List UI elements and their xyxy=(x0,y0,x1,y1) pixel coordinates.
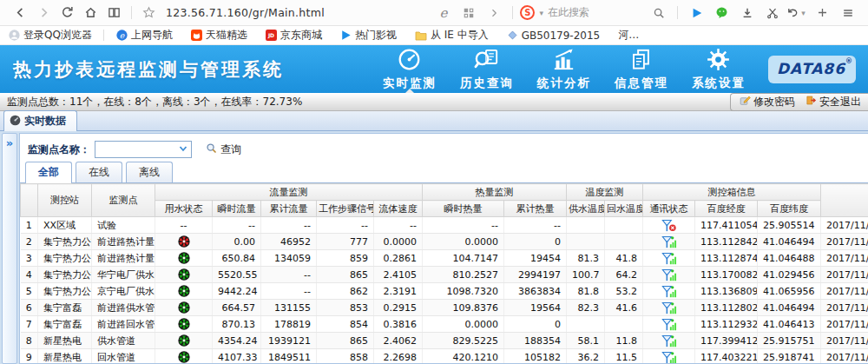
bookmark-video[interactable]: 热门影视 xyxy=(340,28,397,43)
qr-code-icon[interactable] xyxy=(457,3,480,23)
jd-icon: JD xyxy=(266,30,277,41)
col-point: 监测点 xyxy=(92,184,155,217)
cell-inst-flow: 9442.24 xyxy=(213,283,261,300)
cell-comm-status xyxy=(643,250,695,267)
cell-longitude: 113.112932 xyxy=(695,316,758,333)
bookmarks-bar: 登录QQ浏览器e上网导航天猫精选JD京东商城热门影视从 IE 中导入GB5017… xyxy=(0,26,868,45)
col-inst-flow: 瞬时流量 xyxy=(213,201,261,217)
point-name-select[interactable] xyxy=(95,141,192,158)
cell-total-heat: 0 xyxy=(504,316,567,333)
expand-toolbar-icon[interactable] xyxy=(482,3,505,23)
svg-text:e: e xyxy=(120,30,125,40)
nav-item-stats[interactable]: 统计分析 xyxy=(537,45,591,93)
browser-search-input[interactable]: 在此搜索 xyxy=(548,5,645,20)
cell-station: 集宁热力公司 xyxy=(38,234,92,250)
comm-online-icon xyxy=(661,285,677,298)
content-area: » 监测点名称： 查询 全部在线离线 xyxy=(0,131,868,364)
table-row[interactable]: 2集宁热力公司前进路热计量回0.00469527770.00000.000001… xyxy=(21,234,868,250)
col-water-status: 用水状态 xyxy=(155,201,213,217)
cell-water-status xyxy=(155,283,213,300)
wechat-icon[interactable] xyxy=(710,3,733,23)
cell-update-time: 2017/11/23 17:2 xyxy=(821,283,868,300)
session-restore-icon[interactable]: ▾ xyxy=(786,3,809,23)
cell-latitude: 25.905514 xyxy=(758,217,821,234)
search-engine-icon[interactable]: S xyxy=(520,5,535,20)
nav-item-history[interactable]: 历史查询 xyxy=(460,45,514,93)
bookmark-tmall[interactable]: 天猫精选 xyxy=(191,28,247,43)
cell-total-flow: 134059 xyxy=(261,250,317,267)
download-icon[interactable] xyxy=(735,3,759,23)
cell-update-time: 2017/11/23 17:2 xyxy=(821,349,868,364)
fan-green-icon xyxy=(178,351,190,363)
cell-supply-temp xyxy=(567,234,605,250)
cell-velocity: -- xyxy=(374,217,423,234)
table-row[interactable]: 1XX区域试验--------------117.41105425.905514… xyxy=(21,217,868,234)
cell-longitude: 113.136809 xyxy=(695,283,758,300)
bookmark-he[interactable]: 河… xyxy=(618,28,639,43)
cell-station: 新星热电 xyxy=(38,333,92,349)
screenshot-scissors-icon[interactable] xyxy=(760,3,784,23)
reading-mode-icon[interactable] xyxy=(102,3,126,23)
bookmark-nav-site[interactable]: e上网导航 xyxy=(116,28,173,43)
table-row[interactable]: 6集宁富磊前进路供水管道664.571311558530.2915109.837… xyxy=(21,300,868,316)
bookmark-star-icon[interactable] xyxy=(137,3,161,23)
cell-longitude: 113.112842 xyxy=(695,234,758,250)
filter-tab-all[interactable]: 全部 xyxy=(25,162,72,183)
divider xyxy=(512,6,513,19)
filter-tab-online[interactable]: 在线 xyxy=(76,162,122,182)
tab-realtime-data[interactable]: 实时数据 xyxy=(3,110,77,131)
fan-green-icon xyxy=(178,334,190,347)
table-row[interactable]: 3集宁热力公司前进路热计量供650.841340598590.2861104.7… xyxy=(21,250,868,267)
search-engine-caret-icon[interactable]: ▾ xyxy=(539,9,543,17)
cell-inst-flow: 5520.55 xyxy=(213,267,261,283)
cell-row-number: 8 xyxy=(21,333,38,349)
bookmark-qq-login[interactable]: 登录QQ浏览器 xyxy=(9,28,92,43)
video-icon[interactable] xyxy=(685,3,708,23)
back-icon[interactable] xyxy=(9,3,32,23)
filter-tab-offline[interactable]: 离线 xyxy=(126,162,173,182)
logout-button[interactable]: 安全退出 xyxy=(806,95,861,109)
chevron-down-icon xyxy=(177,142,189,157)
cell-inst-heat: -- xyxy=(423,217,504,234)
cell-inst-heat: 810.2527 xyxy=(423,267,504,283)
new-tab-icon[interactable] xyxy=(811,3,834,23)
browser-toolbar: 123.56.71.160/gr/Main.html e S ▾ 在此搜索 ▾ xyxy=(0,0,868,26)
cell-total-flow: 178819 xyxy=(261,316,317,333)
table-row[interactable]: 9新星热电回水管道4107.3318495118582.2698420.1210… xyxy=(21,349,868,364)
app-header: 热力抄表远程监测与管理系统 实时监测历史查询统计分析信息管理系统设置 DATA8… xyxy=(0,45,868,93)
table-row[interactable]: 7集宁富磊前进路回水管道870.131788198540.38160.00000… xyxy=(21,316,868,333)
cell-signal-quality: 865 xyxy=(317,267,374,283)
menu-icon[interactable] xyxy=(836,3,859,23)
address-bar[interactable]: 123.56.71.160/gr/Main.html xyxy=(166,6,325,19)
change-password-button[interactable]: 修改密码 xyxy=(740,95,795,109)
cell-supply-temp: 81.8 xyxy=(567,283,605,300)
cell-total-heat: 3863834 xyxy=(504,283,567,300)
forward-icon[interactable] xyxy=(32,3,56,23)
bookmark-gb50179[interactable]: GB50179-2015 xyxy=(507,30,601,42)
cell-longitude: 113.170082 xyxy=(695,267,758,283)
ie-compat-icon[interactable]: e xyxy=(431,3,455,23)
nav-item-realtime[interactable]: 实时监测 xyxy=(383,45,437,93)
session-actions: 修改密码 安全退出 xyxy=(730,93,868,111)
col-update-time: 更新时间 xyxy=(821,184,868,217)
cell-inst-flow: 4107.33 xyxy=(213,349,261,364)
home-icon[interactable] xyxy=(79,3,102,23)
cell-water-status xyxy=(155,234,213,250)
refresh-icon[interactable] xyxy=(56,3,79,23)
filter-tabs: 全部在线离线 xyxy=(20,163,868,183)
cell-point: 前进路热计量供 xyxy=(92,250,155,267)
cell-total-heat: 2994197 xyxy=(504,267,567,283)
nav-item-settings[interactable]: 系统设置 xyxy=(692,45,746,93)
table-row[interactable]: 4集宁热力公司华宁电厂供水主5520.55--8652.4105810.2527… xyxy=(21,267,868,283)
cell-inst-heat: 829.5225 xyxy=(423,333,504,349)
sidebar-collapse-strip[interactable]: » xyxy=(2,133,17,364)
bookmark-jd[interactable]: JD京东商城 xyxy=(266,28,322,43)
table-row[interactable]: 8新星热电供水管道4354.2419391218652.4062829.5225… xyxy=(21,333,868,349)
search-icon[interactable] xyxy=(647,3,670,23)
bookmark-import-ie[interactable]: 从 IE 中导入 xyxy=(415,28,489,43)
nav-item-info[interactable]: 信息管理 xyxy=(615,45,668,93)
main-panel: 监测点名称： 查询 全部在线离线 测 xyxy=(19,133,868,364)
group-temp: 温度监测 xyxy=(567,184,643,201)
table-row[interactable]: 5集宁热力公司京宁电厂供水主9442.24--8622.31911098.732… xyxy=(21,283,868,300)
query-button[interactable]: 查询 xyxy=(206,142,241,157)
